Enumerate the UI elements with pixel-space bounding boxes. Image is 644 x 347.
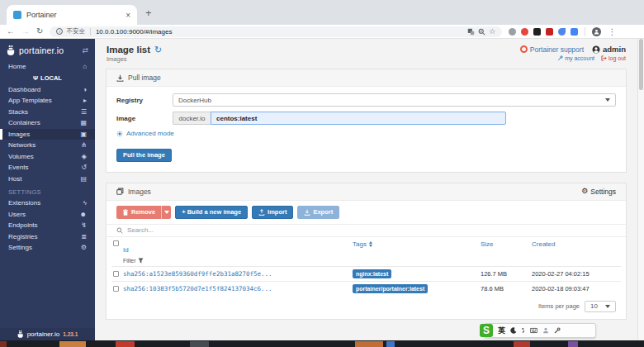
table-settings-button[interactable]: ⚙ Settings: [581, 188, 616, 196]
select-all-checkbox[interactable]: [113, 240, 119, 246]
close-tab-icon[interactable]: ×: [125, 11, 130, 20]
browser-menu-icon[interactable]: ⋮: [608, 27, 616, 36]
advanced-mode-icon: [116, 131, 123, 137]
pull-image-button[interactable]: Pull the image: [116, 149, 172, 162]
row-checkbox[interactable]: [113, 286, 119, 292]
log-out-link[interactable]: log out: [601, 55, 626, 61]
browser-tab[interactable]: Portainer ×: [7, 5, 137, 25]
column-tags[interactable]: Tags: [353, 240, 367, 248]
forward-icon[interactable]: →: [21, 27, 30, 36]
image-id-link[interactable]: sha256:a1523e859360df9ffe2b31a8270f5e...: [123, 270, 353, 278]
image-input[interactable]: [211, 112, 506, 125]
export-button[interactable]: Export: [297, 206, 339, 219]
sidebar-item-dashboard[interactable]: Dashboard ◑: [0, 84, 95, 96]
sidebar-item-containers[interactable]: Containers ▦: [0, 117, 95, 129]
sidebar-brand-row[interactable]: portainer.io ⇄: [0, 39, 95, 61]
taskbar-app-icon[interactable]: [568, 341, 578, 347]
items-per-page-select[interactable]: 10: [585, 301, 616, 312]
sidebar-item-label: Registries: [8, 233, 38, 240]
taskbar-app-icon[interactable]: [0, 341, 7, 347]
sidebar-item-users[interactable]: Users ☻: [0, 209, 95, 221]
extension-icon-2[interactable]: [521, 28, 528, 36]
containers-icon: ▦: [80, 119, 87, 126]
my-account-link[interactable]: my account: [557, 55, 594, 61]
build-image-button[interactable]: + Build a new image: [175, 206, 248, 219]
image-id-link[interactable]: sha256:10383f5b5720d7e1f5f824137034c6...: [123, 285, 353, 292]
portainer-support-link[interactable]: Portainer support: [520, 45, 584, 54]
sidebar-item-images[interactable]: Images ▣: [0, 129, 95, 140]
extension-icon-1[interactable]: [509, 28, 516, 36]
sidebar-item-label: Home: [8, 63, 26, 70]
remove-label: Remove: [131, 208, 155, 216]
user-menu[interactable]: admin: [592, 45, 626, 54]
sidebar-item-settings[interactable]: Settings ⚙: [0, 242, 95, 254]
zoom-out-icon[interactable]: [478, 28, 485, 36]
download-icon: [116, 74, 124, 82]
column-id[interactable]: Id: [123, 246, 129, 254]
search-input[interactable]: [127, 226, 616, 234]
url-text[interactable]: 10.0.0.100:9000/#/images: [96, 28, 173, 36]
sidebar-item-volumes[interactable]: Volumes ◈: [0, 151, 95, 163]
taskbar-app-icon[interactable]: [355, 341, 383, 347]
back-icon[interactable]: ←: [7, 27, 15, 36]
advanced-mode-link[interactable]: Advanced mode: [116, 130, 616, 137]
column-size[interactable]: Size: [481, 240, 494, 248]
ime-language-toggle[interactable]: 英: [498, 326, 505, 336]
filter-button[interactable]: Filter: [123, 258, 353, 264]
collapse-sidebar-icon[interactable]: ⇄: [82, 46, 88, 55]
image-prefix-addon: docker.io: [173, 112, 211, 125]
moon-icon[interactable]: [510, 327, 517, 334]
taskbar-app-icon[interactable]: [514, 341, 530, 347]
sogou-logo-icon[interactable]: S: [480, 324, 493, 337]
taskbar-app-icon[interactable]: [116, 341, 135, 347]
profile-avatar[interactable]: [592, 27, 601, 36]
row-checkbox[interactable]: [113, 271, 119, 277]
bookmark-star-icon[interactable]: ☆: [489, 27, 495, 36]
registry-select[interactable]: DockerHub: [173, 93, 616, 107]
taskbar-app-icon[interactable]: [59, 341, 86, 347]
person-icon[interactable]: [542, 327, 549, 334]
not-secure-icon[interactable]: i: [56, 28, 63, 35]
sidebar-item-networks[interactable]: Networks ⋔: [0, 140, 95, 151]
sidebar-item-events[interactable]: Events ↺: [0, 162, 95, 174]
extension-icon-3[interactable]: [533, 28, 541, 36]
page-scrollbar[interactable]: [637, 39, 644, 340]
user-circle-icon: [592, 45, 600, 54]
extension-icon-5[interactable]: [558, 28, 566, 36]
scrollbar-thumb[interactable]: [639, 39, 643, 90]
endpoint-selector[interactable]: Ψ LOCAL: [0, 73, 95, 84]
omnibox-divider: [90, 28, 91, 36]
reload-icon[interactable]: ↻: [36, 27, 43, 36]
home-icon: ⌂: [83, 63, 87, 70]
taskbar-app-icon[interactable]: [386, 341, 395, 347]
images-panel: Images ⚙ Settings Remove: [106, 183, 627, 320]
sidebar-item-stacks[interactable]: Stacks ☰: [0, 107, 95, 118]
refresh-icon[interactable]: ↻: [154, 45, 162, 55]
translate-icon[interactable]: [467, 28, 475, 36]
sidebar-item-endpoints[interactable]: Endpoints ↯: [0, 220, 95, 231]
taskbar[interactable]: [0, 340, 644, 347]
sidebar-item-host[interactable]: Host ▤: [0, 174, 95, 185]
sidebar-item-home[interactable]: Home ⌂: [0, 61, 95, 73]
sidebar-item-app-templates[interactable]: App Templates ▸: [0, 95, 95, 107]
sort-icon[interactable]: [369, 241, 372, 247]
address-bar[interactable]: i 不安全 10.0.0.100:9000/#/images ☆: [50, 26, 502, 37]
remove-button[interactable]: Remove: [116, 206, 171, 219]
main-content: Image list ↻ Images Portainer support ad…: [95, 39, 637, 340]
breadcrumb: Images: [107, 55, 162, 63]
wrench-icon[interactable]: [554, 327, 561, 334]
column-created[interactable]: Created: [532, 240, 555, 248]
extension-icon-4[interactable]: [546, 28, 553, 36]
remove-caret-button[interactable]: [161, 206, 171, 219]
endpoint-icon: Ψ: [33, 74, 38, 82]
import-button[interactable]: Import: [252, 206, 293, 219]
sidebar-item-extensions[interactable]: Extensions ϟ: [0, 197, 95, 209]
sidebar-item-registries[interactable]: Registries ≣: [0, 231, 95, 243]
sign-out-icon: [601, 55, 607, 61]
new-tab-button[interactable]: +: [145, 7, 152, 19]
extension-icon-6[interactable]: [571, 28, 578, 36]
keyboard-icon[interactable]: [530, 327, 537, 334]
taskbar-app-icon[interactable]: [190, 341, 209, 347]
punctuation-icon[interactable]: [522, 327, 525, 334]
registry-label: Registry: [116, 97, 173, 104]
